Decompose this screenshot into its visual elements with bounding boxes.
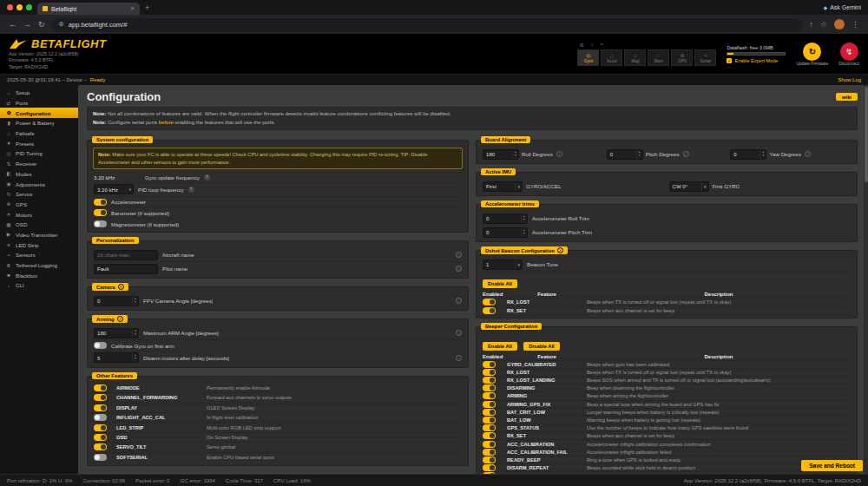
number-input[interactable]: 0 <box>730 149 766 160</box>
browser-tab[interactable]: Betaflight <box>37 3 140 15</box>
stepper-arrows-icon[interactable] <box>760 150 766 159</box>
toggle-switch[interactable] <box>94 209 107 216</box>
close-tab-icon[interactable] <box>130 5 135 12</box>
update-firmware-icon[interactable] <box>803 43 821 61</box>
sidebar-item-gps[interactable]: ⊕GPS <box>0 200 78 210</box>
sidebar-item-failsafe[interactable]: ○Failsafe <box>0 128 78 139</box>
toggle-switch[interactable] <box>94 443 107 450</box>
stepper-arrows-icon[interactable] <box>521 214 527 223</box>
forward-icon[interactable] <box>23 20 31 29</box>
toggle-switch[interactable] <box>94 454 107 461</box>
show-log-link[interactable]: Show Log <box>838 77 861 82</box>
fpv-camera-angle-input[interactable]: 0 <box>94 296 139 306</box>
toggle-switch[interactable] <box>94 434 107 441</box>
expert-mode-toggle[interactable]: Enable Expert Mode <box>727 58 786 63</box>
sidebar-item-cli[interactable]: ›CLI <box>0 280 78 291</box>
toggle-switch[interactable] <box>483 441 496 448</box>
sidebar-item-receiver[interactable]: ⇅Receiver <box>0 159 78 169</box>
calibrate-gyro-toggle[interactable] <box>94 342 107 349</box>
sidebar-item-pid-tuning[interactable]: ◎PID Tuning <box>0 148 78 159</box>
sidebar-item-presets[interactable]: ★Presets <box>0 138 78 148</box>
toggle-switch[interactable] <box>94 199 107 206</box>
checkbox-checked-icon[interactable] <box>727 58 732 63</box>
disconnect-icon[interactable] <box>840 43 858 61</box>
toggle-switch[interactable] <box>483 432 496 439</box>
scrollbar-thumb[interactable] <box>865 87 868 182</box>
maximize-window-icon[interactable] <box>26 4 32 10</box>
sidebar-item-motors[interactable]: ∗Motors <box>0 209 78 220</box>
toggle-switch[interactable] <box>483 384 496 391</box>
help-icon[interactable] <box>188 187 194 193</box>
sidebar-item-blackbox[interactable]: ■Blackbox <box>0 270 78 280</box>
toggle-switch[interactable] <box>483 307 496 314</box>
craft-name-input[interactable]: 16 chars max. <box>94 250 158 260</box>
toggle-switch[interactable] <box>483 361 496 368</box>
toggle-switch[interactable] <box>483 449 496 456</box>
toggle-switch[interactable] <box>483 424 496 431</box>
settings-icon[interactable] <box>579 42 583 48</box>
stepper-arrows-icon[interactable] <box>521 228 527 237</box>
minimize-window-icon[interactable] <box>16 4 23 10</box>
back-icon[interactable] <box>9 20 16 29</box>
sidebar-item-sensors[interactable]: ≈Sensors <box>0 250 78 260</box>
disconnect-button[interactable]: Disconnect <box>838 43 859 66</box>
close-window-icon[interactable] <box>7 4 13 10</box>
sidebar-item-configuration[interactable]: ⚙Configuration <box>0 108 78 118</box>
stepper-arrows-icon[interactable] <box>132 353 138 362</box>
dshot-enable-all-button[interactable]: Enable All <box>483 279 517 288</box>
imu-first-select[interactable]: First <box>483 181 523 192</box>
bookmark-icon[interactable] <box>820 20 827 29</box>
beacon-tone-select[interactable]: 1 <box>483 259 523 270</box>
beeper-disable-all-button[interactable]: Disable All <box>523 342 559 351</box>
pid-frequency-select[interactable]: 3.20 kHz <box>94 184 134 194</box>
number-input[interactable]: 0 <box>607 149 643 160</box>
stepper-arrows-icon[interactable] <box>132 297 138 305</box>
toggle-switch[interactable] <box>483 472 496 474</box>
sidebar-item-servos[interactable]: ↻Servos <box>0 189 78 200</box>
share-icon[interactable] <box>809 20 813 29</box>
toggle-switch[interactable] <box>94 394 107 401</box>
signal-icon[interactable] <box>601 42 603 48</box>
ask-gemini-button[interactable]: Ask Gemini <box>824 4 861 10</box>
sidebar-item-osd[interactable]: ▦OSD <box>0 220 78 230</box>
toggle-switch[interactable] <box>483 409 496 416</box>
sidebar-item-tethered-logging[interactable]: ≣Tethered Logging <box>0 260 78 271</box>
toggle-switch[interactable] <box>483 392 496 399</box>
number-input[interactable]: 180 <box>483 149 519 160</box>
toggle-switch[interactable] <box>483 456 496 463</box>
help-icon[interactable] <box>204 174 210 181</box>
reload-icon[interactable] <box>38 20 45 29</box>
site-settings-icon[interactable] <box>59 21 64 28</box>
sidebar-item-setup[interactable]: ⌂Setup <box>0 88 78 98</box>
toggle-switch[interactable] <box>94 220 107 227</box>
imu-orientation-select[interactable]: CW 0° <box>669 181 709 192</box>
beeper-enable-all-button[interactable]: Enable All <box>483 342 517 351</box>
number-input[interactable]: 0 <box>483 227 528 238</box>
max-arm-angle-input[interactable]: 180 <box>94 328 139 338</box>
toggle-switch[interactable] <box>94 404 107 411</box>
toggle-switch[interactable] <box>94 424 107 431</box>
profile-avatar[interactable] <box>834 19 845 30</box>
toggle-switch[interactable] <box>483 377 496 384</box>
disarm-delay-input[interactable]: 5 <box>94 352 139 363</box>
sidebar-item-power-battery[interactable]: ▮Power & Battery <box>0 118 78 128</box>
sidebar-item-modes[interactable]: ◧Modes <box>0 169 78 180</box>
toggle-switch[interactable] <box>483 417 496 424</box>
new-tab-icon[interactable] <box>145 3 149 12</box>
toggle-switch[interactable] <box>483 401 496 408</box>
toggle-switch[interactable] <box>483 299 496 305</box>
stepper-arrows-icon[interactable] <box>512 150 518 159</box>
sidebar-item-ports[interactable]: ⇄Ports <box>0 98 78 108</box>
sound-icon[interactable] <box>591 42 594 48</box>
sidebar-item-led-strip[interactable]: ≡LED Strip <box>0 240 78 250</box>
toggle-switch[interactable] <box>483 464 496 471</box>
sidebar-item-video-transmitter[interactable]: ▶Video Transmitter <box>0 230 78 240</box>
save-reboot-button[interactable]: Save and Reboot <box>801 460 863 471</box>
wiki-badge[interactable]: wiki <box>836 93 858 101</box>
address-bar[interactable]: app.betaflight.com/# <box>52 18 803 31</box>
toggle-switch[interactable] <box>94 414 107 421</box>
update-firmware-button[interactable]: Update Firmware <box>796 43 828 66</box>
stepper-arrows-icon[interactable] <box>132 329 138 338</box>
stepper-arrows-icon[interactable] <box>636 150 642 159</box>
scrollbar[interactable] <box>864 85 868 474</box>
